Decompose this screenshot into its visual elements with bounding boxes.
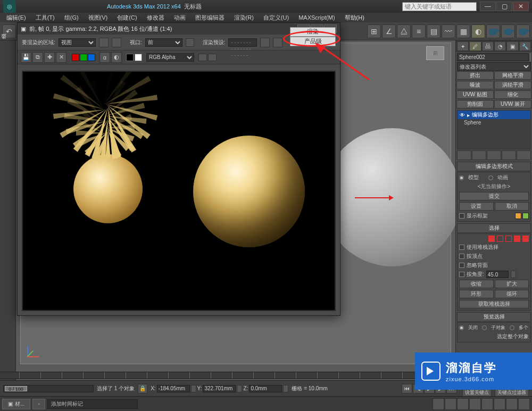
copy-image-button[interactable]: ⧉ xyxy=(32,52,43,63)
area-auto-region-button[interactable] xyxy=(112,38,121,47)
time-tag-field[interactable]: 添加时间标记 xyxy=(47,399,138,409)
viewport-select[interactable]: 前 xyxy=(145,38,182,47)
time-slider[interactable]: 0 / 100 xyxy=(3,385,94,392)
menu-item[interactable]: 渲染(R) xyxy=(230,14,258,22)
menu-item[interactable]: 视图(V) xyxy=(84,14,112,22)
sel-border-icon[interactable] xyxy=(505,236,512,242)
coord-x-input[interactable] xyxy=(157,385,190,392)
area-edit-region-button[interactable] xyxy=(99,38,109,47)
remove-modifier-button[interactable] xyxy=(502,150,516,160)
area-select[interactable]: 视图 xyxy=(59,38,96,47)
use-stack-sel-checkbox[interactable] xyxy=(459,245,464,250)
undo-button[interactable]: ↶ xyxy=(2,24,16,38)
lock-selection-button[interactable]: 🔒 xyxy=(138,384,147,393)
modifier-stack[interactable]: 👁 ▸ 编辑多边形 Sphere xyxy=(457,110,531,149)
angle-snap[interactable]: ∠ xyxy=(382,24,396,38)
preset-select[interactable]: -------------------- xyxy=(228,38,257,47)
help-search-input[interactable] xyxy=(402,2,477,11)
taskbar-extra[interactable]: ▫ xyxy=(32,399,45,409)
sel-edge-icon[interactable] xyxy=(497,236,503,242)
tab-modify[interactable]: 🖉 xyxy=(469,41,481,51)
product-render-button[interactable]: 产品级 xyxy=(290,37,336,46)
modifier-preset-button[interactable]: 细化 xyxy=(494,90,531,99)
layers-button[interactable]: ▤ xyxy=(427,24,440,38)
coord-z-spinner[interactable] xyxy=(283,385,288,392)
coord-x-spinner[interactable] xyxy=(191,385,196,392)
viewcube[interactable]: 前 xyxy=(426,46,444,60)
time-slider-knob[interactable]: 0 / 100 xyxy=(5,386,27,391)
menu-item[interactable]: 修改器 xyxy=(143,14,169,22)
snap-toggle[interactable]: ⊞ xyxy=(367,24,381,38)
modifier-preset-button[interactable]: 涡轮平滑 xyxy=(494,81,531,89)
modifier-preset-button[interactable]: 网格平滑 xyxy=(494,71,531,80)
modifier-preset-button[interactable]: 噪波 xyxy=(456,81,494,89)
pan-button[interactable] xyxy=(433,398,444,410)
curve-editor-button[interactable]: 〰 xyxy=(442,24,455,38)
rollout-selection-header[interactable]: 选择 xyxy=(457,223,531,233)
nav1-button[interactable] xyxy=(506,398,518,410)
object-name-input[interactable] xyxy=(457,53,529,61)
cancel-button[interactable]: 取消 xyxy=(495,202,529,211)
render-setup-button[interactable] xyxy=(486,24,500,38)
menu-item[interactable]: 组(G) xyxy=(60,14,83,22)
ring-button[interactable]: 环形 xyxy=(459,290,494,298)
material-editor-button[interactable]: ◐ xyxy=(471,24,485,38)
modifier-preset-button[interactable]: 剪削面 xyxy=(456,100,494,108)
sel-vertex-icon[interactable] xyxy=(488,236,495,242)
tab-utilities[interactable]: 🔧 xyxy=(519,41,531,51)
show-end-result-button[interactable] xyxy=(472,150,486,160)
render-frame-button[interactable] xyxy=(501,24,515,38)
tab-display[interactable]: ▣ xyxy=(506,41,518,51)
angle-spinner[interactable] xyxy=(511,271,516,278)
coord-y-spinner[interactable] xyxy=(237,385,242,392)
channel-select[interactable]: RGB Alpha xyxy=(146,53,194,62)
menu-item[interactable]: 图形编辑器 xyxy=(191,14,229,22)
render-button[interactable] xyxy=(516,24,530,38)
align-button[interactable]: ≡ xyxy=(412,24,426,38)
stack-base-object[interactable]: Sphere xyxy=(458,119,530,126)
tab-create[interactable]: ✦ xyxy=(457,41,469,51)
radio-multi[interactable] xyxy=(510,325,514,330)
modifier-preset-button[interactable]: 挤出 xyxy=(456,71,494,80)
rollout-edit-mode-header[interactable]: 编辑多边形模式 xyxy=(457,162,531,171)
toggle-red[interactable] xyxy=(72,54,79,61)
gizmo-x-axis[interactable] xyxy=(355,197,392,198)
object-color-swatch[interactable] xyxy=(530,53,531,61)
pin-stack-button[interactable] xyxy=(457,150,471,160)
help-search[interactable] xyxy=(402,2,477,11)
render-setup-icon[interactable] xyxy=(260,38,270,47)
ignore-back-checkbox[interactable] xyxy=(459,263,464,268)
menu-item[interactable]: MAXScript(M) xyxy=(294,14,339,21)
env-icon[interactable] xyxy=(273,38,282,47)
toggle-blue[interactable] xyxy=(88,54,95,61)
shrink-button[interactable]: 收缩 xyxy=(459,280,494,288)
coord-z-input[interactable] xyxy=(249,385,282,392)
sel-element-icon[interactable] xyxy=(522,236,529,242)
maximize-button[interactable]: ▢ xyxy=(496,2,512,11)
modifier-preset-button[interactable]: UVW 贴图 xyxy=(456,90,494,99)
rollout-preview-header[interactable]: 预览选择 xyxy=(457,312,531,322)
modifier-preset-button[interactable]: UVW 展开 xyxy=(494,100,531,108)
toggle-alpha[interactable]: α xyxy=(99,52,110,63)
overlay-toggle-2[interactable] xyxy=(208,54,217,61)
radio-model[interactable] xyxy=(459,175,464,180)
nav2-button[interactable] xyxy=(518,398,530,410)
menu-item[interactable]: 动画 xyxy=(170,14,190,22)
schematic-button[interactable]: ▦ xyxy=(456,24,470,38)
zoom-button[interactable] xyxy=(457,398,469,410)
zoom-extents-button[interactable] xyxy=(469,398,481,410)
clone-button[interactable]: ✚ xyxy=(44,52,55,63)
cage-color-1[interactable] xyxy=(515,213,521,219)
make-unique-button[interactable] xyxy=(487,150,501,160)
minimize-button[interactable]: — xyxy=(480,2,496,11)
close-button[interactable]: ✕ xyxy=(513,2,529,11)
radio-subobj[interactable] xyxy=(482,325,487,330)
fov-button[interactable] xyxy=(481,398,493,410)
loop-button[interactable]: 循环 xyxy=(495,290,529,298)
setkey-button[interactable]: 设置关键点 xyxy=(462,389,492,397)
orbit-button[interactable] xyxy=(445,398,456,410)
mirror-button[interactable]: ⧋ xyxy=(397,24,411,38)
radio-anim[interactable] xyxy=(488,175,493,180)
overlay-toggle-1[interactable] xyxy=(198,54,207,61)
key-filters-button[interactable]: 关键点过滤器 xyxy=(495,389,529,397)
